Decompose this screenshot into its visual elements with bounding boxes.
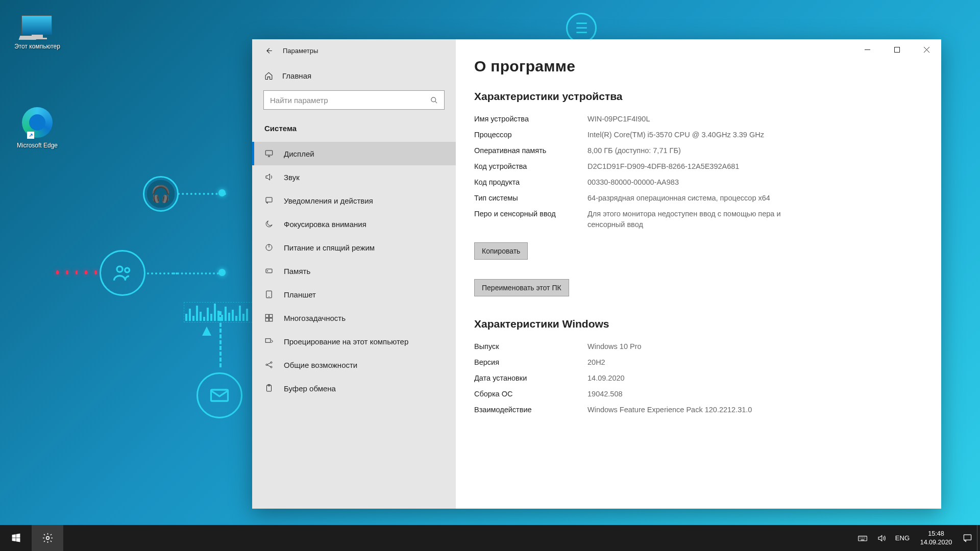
maximize-button[interactable] [882, 39, 912, 60]
start-button[interactable] [0, 525, 32, 551]
deco-node [218, 269, 226, 276]
tray-volume[interactable] [872, 525, 891, 551]
system-tray: ENG 15:48 14.09.2020 [853, 525, 980, 551]
copy-button[interactable]: Копировать [474, 242, 528, 260]
svg-rect-12 [265, 318, 268, 321]
spec-key: Оперативная память [474, 145, 587, 156]
nav-item-label: Звук [284, 173, 300, 182]
spec-value: 14.09.2020 [587, 373, 625, 384]
spec-key: Имя устройства [474, 114, 587, 124]
nav-item-label: Дисплей [284, 149, 314, 158]
nav-item-sound[interactable]: Звук [252, 165, 456, 189]
spec-row: Дата установки14.09.2020 [474, 373, 921, 384]
window-controls [852, 39, 941, 60]
svg-rect-2 [211, 390, 228, 401]
deco-line [173, 272, 219, 274]
spec-value: D2C1D91F-D909-4DFB-8266-12A5E392A681 [587, 161, 739, 172]
minimize-button[interactable] [852, 39, 882, 60]
tray-keyboard[interactable] [853, 525, 872, 551]
windows-spec-heading: Характеристики Windows [474, 318, 921, 330]
nav-item-projecting[interactable]: Проецирование на этот компьютер [252, 330, 456, 353]
nav-item-label: Проецирование на этот компьютер [284, 337, 408, 346]
desktop-icon-this-pc[interactable]: Этот компьютер [12, 15, 63, 50]
multitask-icon [264, 313, 274, 322]
home-label: Главная [282, 71, 311, 80]
content-scroll[interactable]: О программе Характеристики устройства Им… [456, 39, 941, 509]
show-desktop-button[interactable] [977, 525, 980, 551]
gear-icon [42, 532, 54, 544]
window-title: Параметры [283, 47, 318, 55]
nav-item-tablet[interactable]: Планшет [252, 283, 456, 306]
storage-icon [264, 266, 274, 276]
nav-item-label: Планшет [284, 290, 316, 299]
deco-equalizer [184, 302, 255, 322]
nav-item-storage[interactable]: Память [252, 259, 456, 283]
search-box[interactable] [263, 90, 445, 110]
nav-item-notifications[interactable]: Уведомления и действия [252, 189, 456, 212]
settings-sidebar: Параметры Главная Система Дисплей Звук У… [252, 39, 456, 509]
spec-key: Сборка ОС [474, 389, 587, 399]
device-spec-heading: Характеристики устройства [474, 90, 921, 103]
spec-value: Для этого монитора недоступен ввод с пом… [587, 209, 781, 230]
deco-red-dots [56, 270, 97, 274]
svg-rect-5 [266, 197, 272, 202]
close-button[interactable] [912, 39, 941, 60]
settings-window: Параметры Главная Система Дисплей Звук У… [252, 39, 941, 509]
deco-line [178, 193, 226, 195]
spec-key: Тип системы [474, 193, 587, 204]
nav-item-label: Фокусировка внимания [284, 220, 366, 229]
spec-row: Версия20H2 [474, 357, 921, 368]
deco-headphones-icon: 🎧 [143, 176, 179, 212]
nav-list: Дисплей Звук Уведомления и действия Фоку… [252, 142, 456, 509]
svg-rect-20 [894, 47, 899, 52]
spec-key: Код устройства [474, 161, 587, 172]
tray-clock[interactable]: 15:48 14.09.2020 [914, 525, 958, 551]
shortcut-overlay-icon: ↗ [27, 132, 34, 139]
spec-value: 8,00 ГБ (доступно: 7,71 ГБ) [587, 145, 681, 156]
nav-item-display[interactable]: Дисплей [252, 142, 456, 165]
search-icon [430, 96, 438, 104]
home-nav-button[interactable]: Главная [252, 62, 456, 87]
deco-people-icon [100, 250, 145, 296]
nav-item-focus[interactable]: Фокусировка внимания [252, 212, 456, 236]
clock-date: 14.09.2020 [920, 538, 952, 546]
svg-point-1 [125, 268, 130, 272]
spec-value: Intel(R) Core(TM) i5-3570 CPU @ 3.40GHz … [587, 130, 764, 140]
deco-line [147, 272, 178, 274]
window-titlebar[interactable]: Параметры [252, 39, 456, 62]
taskbar-app-settings[interactable] [32, 525, 63, 551]
nav-item-power[interactable]: Питание и спящий режим [252, 236, 456, 259]
spec-value: Windows 10 Pro [587, 341, 642, 352]
spec-key: Взаимодействие [474, 405, 587, 415]
desktop-icon-edge[interactable]: ↗ Microsoft Edge [12, 107, 63, 149]
deco-node [218, 189, 226, 196]
spec-value: Windows Feature Experience Pack 120.2212… [587, 405, 752, 415]
nav-item-shared[interactable]: Общие возможности [252, 353, 456, 377]
spec-key: Перо и сенсорный ввод [474, 209, 587, 230]
desktop-icon-label: Этот компьютер [14, 43, 60, 50]
spec-row: Имя устройстваWIN-09PC1F4I90L [474, 114, 921, 124]
spec-row: Код продукта00330-80000-00000-AA983 [474, 177, 921, 188]
rename-pc-button[interactable]: Переименовать этот ПК [474, 279, 569, 296]
home-icon [264, 71, 273, 80]
spec-row: Перо и сенсорный вводДля этого монитора … [474, 209, 921, 230]
nav-item-label: Многозадачность [284, 314, 346, 322]
page-title: О программе [474, 58, 921, 75]
spec-value: 64-разрядная операционная система, проце… [587, 193, 770, 204]
spec-row: Код устройстваD2C1D91F-D909-4DFB-8266-12… [474, 161, 921, 172]
nav-item-clipboard[interactable]: Буфер обмена [252, 377, 456, 400]
search-input[interactable] [270, 96, 430, 105]
nav-item-label: Память [284, 267, 310, 276]
nav-item-label: Питание и спящий режим [284, 243, 375, 252]
spec-row: Оперативная память8,00 ГБ (доступно: 7,7… [474, 145, 921, 156]
desktop[interactable]: ☰ 🎧 Этот компьютер ↗ Microsoft Edge Пара… [0, 0, 980, 551]
spec-row: Тип системы64-разрядная операционная сис… [474, 193, 921, 204]
back-button[interactable] [260, 43, 277, 59]
spec-key: Версия [474, 357, 587, 368]
nav-item-multitasking[interactable]: Многозадачность [252, 306, 456, 330]
taskbar[interactable]: ENG 15:48 14.09.2020 [0, 525, 980, 551]
tray-language[interactable]: ENG [891, 525, 914, 551]
windows-icon [11, 533, 21, 543]
tray-action-center[interactable] [958, 525, 977, 551]
notification-icon [264, 196, 274, 205]
